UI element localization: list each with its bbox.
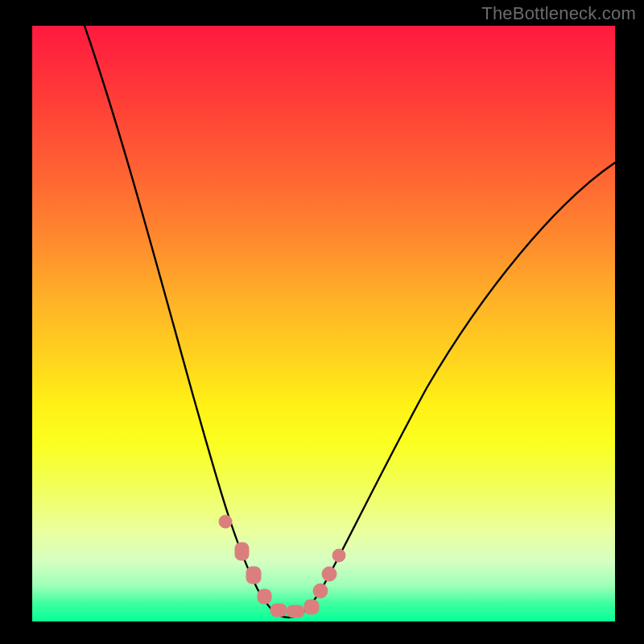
marker-dot	[246, 567, 261, 584]
marker-dot	[287, 605, 304, 617]
marker-dot	[219, 515, 232, 528]
chart-frame: TheBottleneck.com	[0, 0, 644, 644]
curve-svg	[32, 26, 615, 621]
marker-dot	[313, 584, 328, 598]
marker-dot	[304, 600, 319, 614]
marker-group	[219, 515, 345, 617]
marker-dot	[322, 567, 336, 581]
watermark-text: TheBottleneck.com	[481, 3, 636, 24]
plot-area	[32, 26, 615, 621]
marker-dot	[258, 589, 271, 604]
marker-dot	[270, 604, 287, 617]
marker-dot	[235, 543, 249, 560]
bottleneck-curve-path	[85, 26, 615, 617]
marker-dot	[332, 549, 345, 562]
